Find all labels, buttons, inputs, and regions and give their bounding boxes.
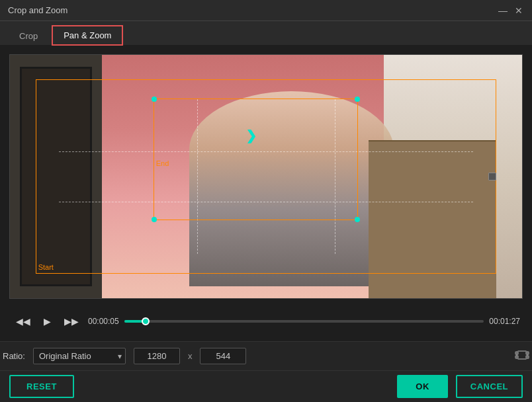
reset-button[interactable]: RESET [9,375,74,398]
main-content: Start End ❮ ◀◀ [0,45,532,341]
right-buttons: OK CANCEL [397,375,523,398]
skip-forward-icon: ▶▶ [64,316,79,327]
playback-controls: ◀◀ ▶ ▶▶ 00:00:05 00:01:27 [9,308,523,335]
dimension-separator: x [188,351,193,361]
ok-button[interactable]: OK [397,375,448,398]
time-total: 00:01:27 [489,317,520,326]
cancel-button[interactable]: CANCEL [456,375,523,398]
footer-bar: RESET OK CANCEL [0,370,532,402]
height-input[interactable] [200,348,246,364]
width-input[interactable] [134,348,180,364]
play-icon: ▶ [44,316,51,327]
link-ratio-icon[interactable] [515,349,529,364]
ratio-label: Ratio: [3,351,25,361]
seek-thumb[interactable] [142,317,150,325]
vanity-area [369,140,497,298]
door-frame [20,67,91,286]
tab-pan-zoom[interactable]: Pan & Zoom [52,25,123,46]
preview-area: Start End ❮ [9,54,523,299]
tab-area: Crop Pan & Zoom [0,21,532,45]
close-button[interactable]: ✕ [513,5,524,16]
skip-back-icon: ◀◀ [16,316,30,327]
play-button[interactable]: ▶ [40,313,55,329]
person-silhouette [189,91,394,286]
scene [10,55,522,298]
ratio-select[interactable]: Original Ratio 16:9 4:3 1:1 9:16 Custom [33,348,126,364]
title-bar-controls: — ✕ [498,5,524,16]
time-current: 00:00:05 [88,317,119,326]
window-title: Crop and Zoom [8,5,67,15]
seek-bar[interactable] [124,320,484,323]
video-frame: Start End ❮ [10,55,522,298]
ratio-select-wrapper: Original Ratio 16:9 4:3 1:1 9:16 Custom [33,348,126,364]
bottom-controls: Ratio: Original Ratio 16:9 4:3 1:1 9:16 … [0,341,532,370]
skip-forward-button[interactable]: ▶▶ [60,313,83,329]
skip-back-button[interactable]: ◀◀ [12,313,34,329]
title-bar: Crop and Zoom — ✕ [0,0,532,21]
tab-crop[interactable]: Crop [8,26,49,46]
minimize-button[interactable]: — [498,5,508,16]
